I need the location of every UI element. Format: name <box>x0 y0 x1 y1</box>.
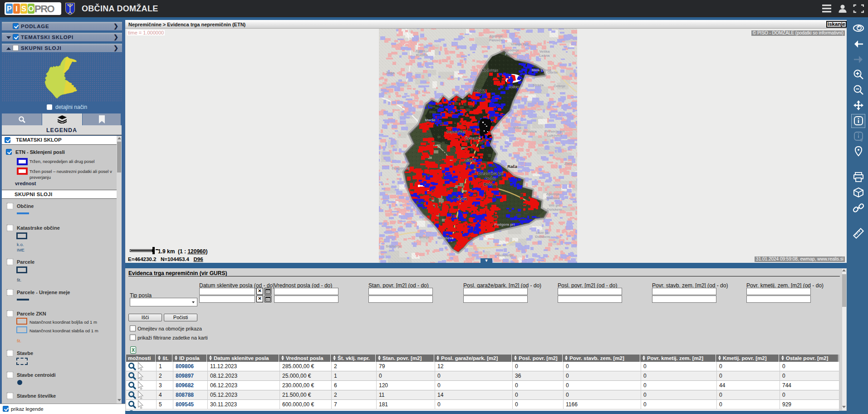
svg-text:Brezovica pri: Brezovica pri <box>478 171 504 176</box>
svg-text:Jošev: Jošev <box>509 85 519 89</box>
svg-text:Ostrž: Ostrž <box>457 197 466 201</box>
svg-text:Dobu: Dobu <box>485 176 496 181</box>
svg-text:Zgornje: Zgornje <box>415 49 429 53</box>
svg-text:Brdo: Brdo <box>484 182 493 187</box>
svg-text:Grmovlje: Grmovlje <box>497 253 513 257</box>
svg-text:Palovče: Palovče <box>505 52 519 56</box>
svg-text:Češnje: Češnje <box>554 84 566 88</box>
svg-text:Zgornje: Zgornje <box>489 34 503 38</box>
svg-text:Podgora pri: Podgora pri <box>495 222 515 227</box>
svg-text:Žaga: Žaga <box>386 71 395 75</box>
svg-text:Brinje: Brinje <box>419 235 430 239</box>
svg-text:Zgornja: Zgornja <box>546 192 559 196</box>
svg-text:Velika: Velika <box>539 49 550 54</box>
svg-text:Obrše: Obrše <box>547 70 558 74</box>
svg-text:Preserje pri: Preserje pri <box>544 129 564 133</box>
svg-text:Kolovec: Kolovec <box>482 68 498 73</box>
svg-text:Palovče: Palovče <box>489 38 503 42</box>
svg-text:Vrh pri: Vrh pri <box>549 203 560 207</box>
svg-text:Laze pri: Laze pri <box>536 231 549 235</box>
svg-text:Depala vas: Depala vas <box>446 130 466 134</box>
svg-text:Češenik: Češenik <box>465 136 479 140</box>
svg-text:Javršica: Javršica <box>545 196 560 200</box>
svg-text:Straža: Straža <box>533 83 544 87</box>
svg-text:Zlato: Zlato <box>564 162 573 166</box>
svg-text:Lašna: Lašna <box>539 54 550 58</box>
svg-text:Dragomelj: Dragomelj <box>392 166 409 170</box>
svg-text:Dolskem: Dolskem <box>535 235 550 239</box>
svg-text:Marše: Marše <box>425 118 436 122</box>
svg-text:g: g <box>860 137 863 142</box>
svg-text:oštanj: oštanj <box>465 158 476 163</box>
svg-text:Rudnik: Rudnik <box>416 53 428 57</box>
svg-text:Beričevo: Beričevo <box>438 236 454 240</box>
svg-text:Rača: Rača <box>507 164 518 169</box>
svg-text:Vranja Peč: Vranja Peč <box>511 42 530 46</box>
svg-text:Dolskem: Dolskem <box>547 207 562 212</box>
svg-text:Vrba: Vrba <box>513 126 521 130</box>
svg-text:Lukovici: Lukovici <box>547 133 562 138</box>
svg-text:Rova: Rova <box>475 88 486 93</box>
svg-text:Sneberje: Sneberje <box>386 244 401 248</box>
svg-text:Imovica: Imovica <box>523 129 537 133</box>
svg-text:Spodnje: Spodnje <box>505 48 519 52</box>
